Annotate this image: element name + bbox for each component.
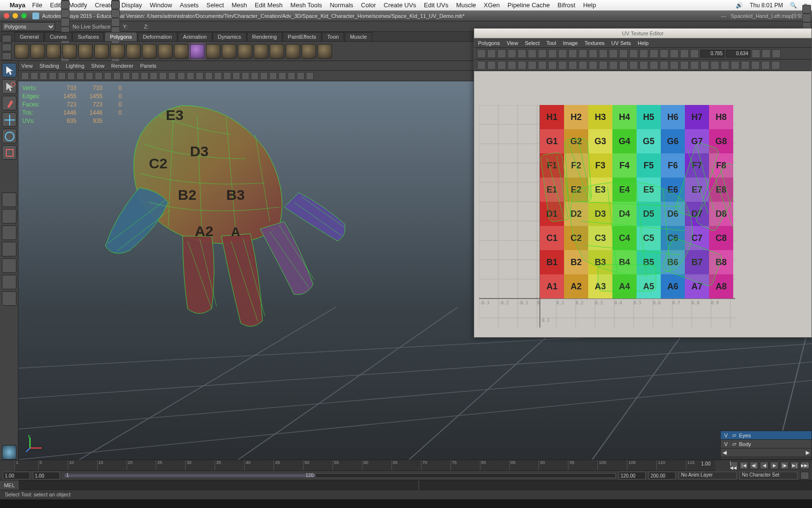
uv-icon[interactable]	[710, 61, 719, 70]
uv-icon[interactable]	[487, 49, 496, 58]
minimize-icon[interactable]	[13, 13, 18, 18]
command-input[interactable]	[19, 480, 419, 490]
go-end-button[interactable]: ▶▶|	[800, 462, 809, 469]
shelf-tab-muscle[interactable]: Muscle	[345, 32, 372, 41]
uv-icon[interactable]	[619, 49, 628, 58]
step-fwd-key-button[interactable]: ▶|	[790, 462, 799, 469]
uv-icon[interactable]	[528, 61, 536, 70]
mac-menu-assets[interactable]: Assets	[180, 1, 199, 9]
uv-icon[interactable]	[660, 61, 668, 70]
shelf-icon[interactable]	[174, 44, 188, 59]
lasso-tool[interactable]	[2, 79, 16, 94]
uv-icon[interactable]	[548, 49, 557, 58]
vp-icon[interactable]	[21, 72, 29, 80]
vp-menu-shading[interactable]: Shading	[40, 63, 59, 69]
status-icon[interactable]	[111, 18, 120, 27]
shelf-tab-dynamics[interactable]: Dynamics	[213, 32, 246, 41]
vp-icon[interactable]	[58, 72, 66, 80]
status-icon[interactable]	[61, 9, 70, 18]
vp-icon[interactable]	[196, 72, 203, 80]
layout-persp[interactable]	[2, 291, 16, 306]
range-slider[interactable]: 1120	[63, 473, 616, 478]
uv-icon[interactable]	[589, 61, 597, 70]
uv-icon[interactable]	[558, 61, 567, 70]
mac-menu-mesh-tools[interactable]: Mesh Tools	[290, 1, 322, 9]
shelf-tab-painteffects[interactable]: PaintEffects	[283, 32, 322, 41]
vp-icon[interactable]	[141, 72, 148, 80]
uv-icon[interactable]	[650, 61, 658, 70]
volume-icon[interactable]: 🔊	[736, 2, 743, 9]
uv-icon[interactable]	[548, 61, 557, 70]
shelf-tab-animation[interactable]: Animation	[178, 32, 212, 41]
shelf-tab-polygons[interactable]: Polygons	[104, 32, 137, 41]
vp-icon[interactable]	[260, 72, 268, 80]
layer-row[interactable]: V▱Eyes	[721, 431, 812, 440]
uv-icon[interactable]	[497, 61, 506, 70]
layout-three[interactable]	[2, 258, 16, 273]
shelf-icon[interactable]	[318, 44, 332, 59]
uv-icon[interactable]	[629, 49, 638, 58]
play-forward-button[interactable]: ▶	[770, 462, 779, 469]
shelf-tab-toon[interactable]: Toon	[322, 32, 344, 41]
layout-single[interactable]	[2, 193, 16, 207]
menu-set-dropdown[interactable]: Polygons	[2, 22, 55, 31]
live-surface-label[interactable]: No Live Surface	[72, 24, 110, 30]
vp-icon[interactable]	[104, 72, 112, 80]
shelf-icon[interactable]	[270, 44, 284, 59]
uv-menu-polygons[interactable]: Polygons	[478, 40, 500, 46]
move-tool[interactable]	[2, 112, 16, 127]
status-icon[interactable]	[802, 14, 811, 22]
range-start-inner[interactable]	[33, 472, 60, 479]
anim-layer-dropdown[interactable]: No Anim Layer	[679, 472, 737, 479]
uv-menu-select[interactable]: Select	[525, 40, 540, 46]
shelf-tab-surfaces[interactable]: Surfaces	[72, 32, 104, 41]
mac-menu-bifrost[interactable]: Bifrost	[558, 1, 576, 9]
mac-menu-normals[interactable]: Normals	[330, 1, 353, 9]
range-end-outer[interactable]	[649, 472, 676, 479]
vp-icon[interactable]	[177, 72, 185, 80]
paint-select-tool[interactable]	[2, 96, 16, 110]
layer-row[interactable]: V▱Body	[721, 440, 812, 448]
shelf-icon[interactable]	[254, 44, 268, 59]
uv-icon[interactable]	[690, 49, 699, 58]
vp-icon[interactable]	[49, 72, 57, 80]
shelf-icon[interactable]	[190, 44, 204, 59]
mac-menu-edit-uvs[interactable]: Edit UVs	[424, 1, 449, 9]
uv-menu-image[interactable]: Image	[563, 40, 578, 46]
vp-icon[interactable]	[113, 72, 121, 80]
layout-four[interactable]	[2, 209, 16, 224]
uv-icon[interactable]	[670, 49, 679, 58]
vp-icon[interactable]	[232, 72, 240, 80]
vp-icon[interactable]	[278, 72, 286, 80]
mac-menu-edit-mesh[interactable]: Edit Mesh	[255, 1, 283, 9]
mac-menu-muscle[interactable]: Muscle	[456, 1, 476, 9]
layout-outliner[interactable]	[2, 275, 16, 289]
vp-menu-lighting[interactable]: Lighting	[66, 63, 85, 69]
vp-icon[interactable]	[288, 72, 295, 80]
vp-icon[interactable]	[251, 72, 259, 80]
uv-icon[interactable]	[497, 49, 506, 58]
vp-icon[interactable]	[306, 72, 314, 80]
mac-menu-select[interactable]: Select	[206, 1, 224, 9]
mac-menu-modify[interactable]: Modify	[69, 1, 87, 9]
uv-icon[interactable]	[568, 49, 577, 58]
shelf-toggle[interactable]	[2, 35, 12, 43]
shelf-icon[interactable]	[302, 44, 316, 59]
uv-icon[interactable]	[680, 61, 689, 70]
uv-icon[interactable]	[579, 61, 587, 70]
shelf-icon[interactable]	[46, 44, 61, 59]
shelf-icon[interactable]	[158, 44, 173, 59]
vp-icon[interactable]	[297, 72, 304, 80]
vp-menu-panels[interactable]: Panels	[140, 63, 157, 69]
uv-v-field[interactable]: 0.634	[726, 50, 750, 58]
mac-menu-xgen[interactable]: XGen	[484, 1, 500, 9]
step-fwd-button[interactable]: |▶	[780, 462, 789, 469]
zoom-icon[interactable]	[21, 13, 27, 18]
mac-menu-display[interactable]: Display	[121, 1, 142, 9]
mac-menu-mesh[interactable]: Mesh	[232, 1, 247, 9]
uv-icon[interactable]	[761, 61, 770, 70]
app-name[interactable]: Maya	[10, 1, 26, 9]
vp-icon[interactable]	[168, 72, 176, 80]
uv-icon[interactable]	[741, 61, 750, 70]
shelf-tab-rendering[interactable]: Rendering	[247, 32, 282, 41]
